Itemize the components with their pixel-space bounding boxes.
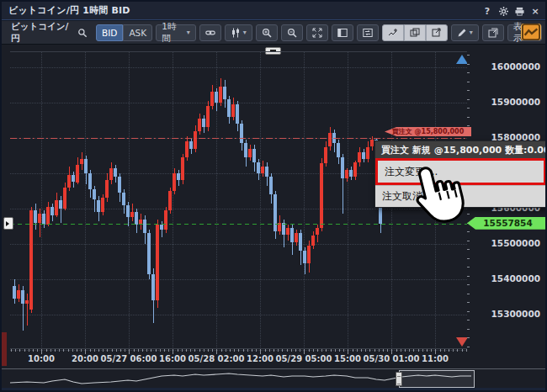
help-icon[interactable]: ?: [482, 6, 492, 16]
axis-tick: [317, 349, 318, 352]
axis-tick: [15, 349, 16, 352]
candle: [185, 141, 189, 157]
gridline: [10, 67, 467, 68]
chart-region[interactable]: 1600000015900000158000001560000015500000…: [2, 45, 547, 392]
symbol-search[interactable]: ビットコイン/円: [6, 24, 93, 41]
navigator-handle[interactable]: [396, 372, 402, 386]
candle: [135, 212, 138, 225]
link-button[interactable]: [199, 24, 221, 41]
printer-icon[interactable]: [514, 6, 524, 16]
axis-tick: [199, 349, 200, 352]
panel-swap-button[interactable]: [357, 24, 379, 41]
gridline: [10, 244, 467, 245]
axis-tick: [146, 349, 147, 352]
axis-tick: [467, 347, 470, 347]
navigator-selection[interactable]: [399, 370, 475, 388]
axis-tick: [243, 349, 244, 352]
title-bar[interactable]: ビットコイン/円 1時間 BID ? ×: [2, 2, 545, 20]
axis-tick: [422, 349, 423, 352]
title-bar-icons: ? ×: [482, 2, 540, 20]
chart-type-dropdown[interactable]: ▾: [225, 24, 252, 41]
candle: [177, 173, 180, 180]
candle: [164, 210, 167, 230]
candle: [269, 177, 273, 194]
axis-tick: [467, 311, 470, 312]
draw-pen-dropdown[interactable]: ▾: [451, 24, 479, 41]
candle: [80, 159, 83, 164]
axis-tick: [265, 349, 266, 352]
candle: [88, 173, 92, 189]
candle: [67, 175, 71, 188]
chart-mode-button[interactable]: [521, 24, 541, 40]
candle-wick: [27, 294, 28, 326]
axis-tick: [309, 349, 310, 352]
gear-icon[interactable]: [498, 6, 508, 16]
axis-tick: [343, 349, 344, 352]
gridline: [10, 209, 467, 209]
bottom-frame: [2, 388, 547, 392]
candle: [328, 133, 332, 147]
axis-tick: [313, 349, 314, 352]
candle: [257, 162, 260, 173]
candle: [362, 152, 365, 159]
current-price-tag: 15557854: [467, 217, 547, 230]
candle: [93, 189, 96, 200]
axis-tick: [120, 349, 121, 352]
axis-tick: [278, 349, 279, 352]
chart-overlay-button[interactable]: [404, 24, 426, 41]
candle: [118, 177, 121, 193]
axis-tick: [409, 349, 410, 352]
scroll-down-icon[interactable]: [456, 337, 467, 347]
scroll-up-icon[interactable]: [456, 55, 467, 64]
time-axis-label: 16:00: [159, 354, 186, 363]
axis-tick: [256, 349, 257, 352]
candle: [231, 104, 235, 117]
candle: [76, 165, 79, 183]
axis-tick: [142, 349, 143, 352]
gridline: [10, 279, 467, 280]
axis-tick: [11, 349, 12, 352]
axis-tick: [29, 349, 29, 352]
axis-tick: [405, 349, 406, 352]
order-price-tag[interactable]: 買注文 @15,800,000: [385, 127, 471, 136]
axis-tick: [331, 349, 332, 352]
candle: [236, 104, 239, 124]
axis-tick: [252, 349, 252, 352]
price-line-marker[interactable]: [3, 217, 13, 230]
popup-window-button[interactable]: [482, 24, 504, 41]
candle: [202, 119, 205, 128]
time-axis-label: 05/27 06:00: [101, 354, 157, 363]
candle: [143, 220, 146, 234]
fit-screen-button[interactable]: [306, 24, 328, 41]
axis-tick: [72, 349, 73, 352]
bid-button[interactable]: BID: [96, 24, 123, 41]
gridline: [129, 52, 130, 351]
candle: [59, 200, 62, 209]
axis-tick: [295, 349, 296, 352]
chart-add-button[interactable]: [382, 24, 404, 41]
candle: [316, 228, 319, 235]
axis-tick: [353, 349, 353, 352]
candle: [84, 159, 88, 173]
price-axis-label: 15300000: [491, 309, 540, 319]
candle: [286, 228, 289, 235]
candle: [219, 87, 222, 103]
order-line[interactable]: [10, 138, 467, 139]
zoom-in-button[interactable]: [256, 24, 278, 41]
time-axis-label: 05/30 01:00: [364, 354, 420, 363]
ask-button[interactable]: ASK: [123, 24, 152, 41]
chart-export-button[interactable]: [426, 24, 448, 41]
navigator-strip[interactable]: [2, 368, 547, 388]
close-icon[interactable]: ×: [530, 6, 540, 16]
timeframe-dropdown[interactable]: 1時間▾: [156, 24, 196, 41]
candle: [173, 173, 176, 191]
panel-left-button[interactable]: [332, 24, 353, 41]
axis-tick: [467, 55, 470, 56]
axis-tick: [321, 349, 322, 352]
candle: [63, 188, 66, 209]
candle: [130, 212, 134, 217]
time-axis-label: 05/29 05:00: [276, 354, 332, 363]
axis-tick: [413, 349, 414, 352]
zoom-out-button[interactable]: [281, 24, 303, 41]
candle: [320, 163, 323, 228]
